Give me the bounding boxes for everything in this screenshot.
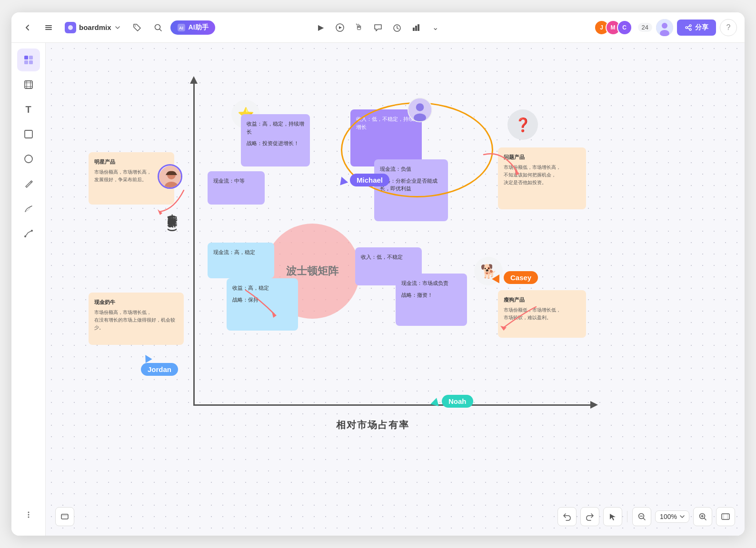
svg-rect-23 [29, 60, 33, 64]
x-axis-label: 相对市场占有率 [336, 419, 409, 431]
noah-badge: Noah [442, 395, 473, 408]
bottom-left-button[interactable] [55, 507, 74, 526]
svg-rect-12 [415, 26, 417, 31]
text-icon: T [25, 104, 31, 115]
svg-point-33 [416, 103, 424, 111]
svg-point-31 [28, 517, 29, 518]
back-button[interactable] [19, 19, 36, 36]
svg-point-29 [28, 512, 29, 513]
svg-point-5 [135, 25, 136, 26]
toolbar: boardmix [11, 12, 745, 43]
bottom-toolbar: 100% [557, 507, 735, 526]
svg-point-27 [24, 235, 26, 237]
sidebar-item-more[interactable] [17, 503, 40, 526]
logo-area[interactable]: boardmix [61, 20, 125, 35]
casey-cursor-arrow [492, 272, 503, 283]
sidebar-item-text[interactable]: T [17, 98, 40, 121]
svg-point-18 [686, 27, 687, 29]
tag-button[interactable] [129, 19, 146, 36]
note-question-product[interactable]: 问题产品 市场份额低，市场增长高，不知道该如何把握机会，决定是否他如投资。 [498, 147, 586, 209]
note-star-cashflow[interactable]: 现金流：中等 [208, 171, 265, 205]
jordan-cursor-arrow [142, 353, 152, 363]
avatars-group: J M C [594, 20, 632, 35]
grid-icon [23, 55, 34, 65]
note-cow-product[interactable]: 现金奶牛 市场份额高，市场增长低，在没有增长的市场上做得很好，机会较少。 [89, 293, 184, 345]
pen-icon [23, 178, 34, 189]
user-count-badge: 24 [638, 23, 652, 32]
layers-button[interactable] [55, 507, 74, 526]
current-user-avatar[interactable] [656, 19, 673, 36]
play-button[interactable] [331, 19, 348, 36]
zoom-in-button[interactable] [693, 507, 712, 526]
avatar-3: C [617, 20, 632, 35]
ai-icon: AI [177, 23, 186, 32]
casey-badge: Casey [504, 271, 538, 284]
note-cow-cashflow[interactable]: 现金流：高，稳定 [208, 243, 274, 278]
undo-button[interactable] [557, 507, 577, 526]
question-bubble: ❓ [507, 109, 538, 140]
svg-rect-24 [25, 81, 32, 88]
more-icon [23, 509, 34, 520]
select-mode-button[interactable] [603, 507, 622, 526]
note-dog-product[interactable]: 瘦狗产品 市场份额低，市场增长低，市场较软，难以盈利。 [498, 290, 586, 338]
share-icon [685, 24, 692, 31]
main-area: T [11, 43, 745, 536]
shape-icon [23, 154, 34, 164]
svg-rect-13 [418, 24, 419, 31]
michael-avatar [408, 98, 432, 122]
redo-button[interactable] [580, 507, 599, 526]
logo-icon [65, 22, 76, 33]
sidebar-item-pencil[interactable] [17, 197, 40, 220]
sticky-icon [23, 129, 34, 139]
chevron-down-icon [114, 24, 121, 31]
svg-rect-25 [25, 130, 32, 138]
sidebar-item-frame[interactable] [17, 73, 40, 96]
canvas[interactable]: 市场增长率(%) 相对市场占有率 波士顿矩阵 ⭐ 🐄 🐕 [46, 43, 745, 536]
svg-point-17 [689, 25, 691, 27]
sidebar: T [11, 43, 46, 536]
search-button[interactable] [149, 19, 167, 36]
menu-button[interactable] [40, 19, 57, 36]
chart-button[interactable] [408, 19, 425, 36]
bcg-title: 波士顿矩阵 [286, 264, 338, 278]
jordan-cursor: Jordan [141, 354, 178, 376]
toolbar-left: boardmix [19, 19, 590, 36]
sidebar-item-pen[interactable] [17, 172, 40, 195]
share-button[interactable]: 分享 [677, 20, 716, 36]
more-tools-button[interactable]: ⌄ [427, 19, 444, 36]
ai-button-label: AI助手 [189, 23, 209, 32]
timer-button[interactable] [388, 19, 406, 36]
expand-button[interactable]: ▶ [312, 19, 329, 36]
svg-point-26 [25, 155, 32, 163]
sidebar-item-connector[interactable] [17, 222, 40, 245]
michael-cursor-label: Michael [338, 174, 389, 186]
comment-button[interactable] [369, 19, 387, 36]
help-button[interactable]: ? [720, 19, 737, 36]
cursor-button[interactable]: 🖱 [350, 19, 368, 36]
bcg-container: 市场增长率(%) 相对市场占有率 波士顿矩阵 ⭐ 🐄 🐕 [84, 71, 703, 499]
sidebar-item-select[interactable] [17, 49, 40, 71]
note-dog-cashflow[interactable]: 现金流：市场成负责 战略：撤资！ [396, 274, 467, 326]
sidebar-item-sticky[interactable] [17, 123, 40, 146]
ai-button[interactable]: AI AI助手 [170, 20, 215, 35]
svg-point-34 [414, 113, 426, 122]
fit-screen-button[interactable] [716, 507, 735, 526]
svg-text:AI: AI [179, 26, 183, 30]
note-star-revenue[interactable]: 收益：高，稳定，持续增长 战略：投资促进增长！ [241, 114, 310, 166]
app-window: boardmix [11, 12, 745, 536]
connector-icon [23, 228, 34, 238]
noah-cursor: Noah [431, 395, 473, 408]
zoom-chevron-icon [679, 514, 685, 519]
zoom-area[interactable]: 100% [655, 510, 689, 523]
sidebar-item-shape[interactable] [17, 147, 40, 170]
svg-point-30 [28, 514, 29, 516]
note-cow-revenue[interactable]: 收益：高，稳定 战略：保持 [227, 278, 298, 331]
svg-rect-22 [24, 60, 28, 64]
y-axis-label: 市场增长率(%) [165, 214, 178, 236]
michael-badge: Michael [350, 174, 389, 186]
zoom-out-button[interactable] [632, 507, 651, 526]
y-axis [193, 81, 195, 404]
noah-cursor-arrow [430, 396, 441, 406]
svg-rect-0 [45, 25, 52, 26]
toolbar-center: ▶ 🖱 [312, 19, 444, 36]
